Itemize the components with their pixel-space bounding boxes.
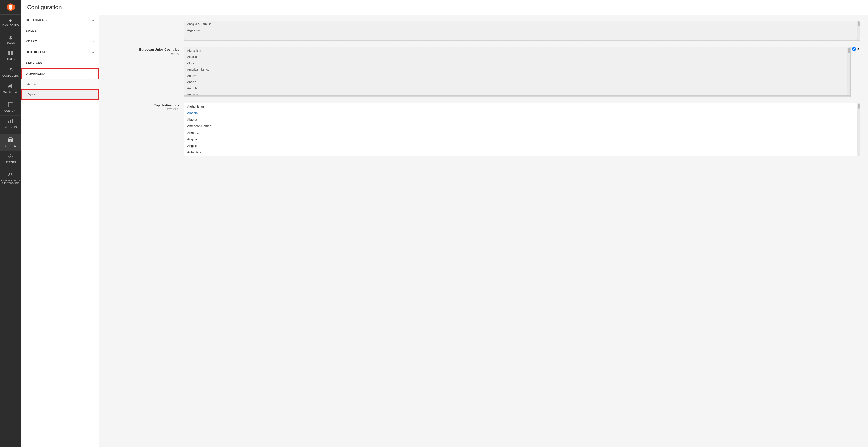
listbox-item[interactable]: Angola (184, 136, 857, 143)
svg-rect-4 (11, 51, 13, 53)
sidebar-item-customers[interactable]: CUSTOMERS (0, 64, 21, 81)
sidebar-item-sales-label: SALES (6, 41, 15, 44)
section-customers: CUSTOMERS ⌄ (21, 15, 99, 25)
config-row-top: Antigua & Barbuda Argentina (106, 21, 860, 41)
sidebar-item-dashboard[interactable]: ⊞ DASHBOARD (0, 14, 21, 30)
sidebar-item-marketing-label: MARKETING (3, 91, 19, 94)
content-area: CUSTOMERS ⌄ SALES ⌄ YOTPO ⌄ (21, 15, 868, 447)
config-label-eu: European Union Countries [global] (106, 47, 184, 55)
sidebar-item-sales[interactable]: $ SALES (0, 32, 21, 48)
marketing-icon (8, 83, 13, 90)
config-control-top-destinations: Afghanistan Albania Algeria American Sam… (184, 103, 860, 156)
svg-point-7 (10, 68, 11, 69)
section-yotpo: YOTPO ⌄ (21, 36, 99, 47)
sidebar-item-find-partners-label: FIND PARTNERS & EXTENSIONS (1, 179, 20, 185)
section-dotdigital-header[interactable]: DOTDIGITAL ⌄ (21, 47, 99, 57)
sidebar-item-marketing[interactable]: MARKETING (0, 81, 21, 97)
sidebar-item-content[interactable]: CONTENT (0, 99, 21, 116)
top-destinations-label: Top destinations (154, 103, 179, 107)
listbox-item[interactable]: Algeria (184, 116, 857, 123)
listbox-item[interactable]: American Samoa (184, 66, 847, 73)
sidebar-item-catalog[interactable]: CATALOG (0, 48, 21, 64)
eu-countries-scope: [global] (106, 52, 179, 55)
listbox-top[interactable]: Antigua & Barbuda Argentina (184, 21, 857, 40)
svg-rect-12 (9, 106, 11, 106)
left-panel: CUSTOMERS ⌄ SALES ⌄ YOTPO ⌄ (21, 15, 99, 447)
dashboard-icon: ⊞ (8, 18, 13, 23)
sidebar-item-reports[interactable]: REPORTS (0, 116, 21, 132)
find-partners-icon (8, 172, 13, 178)
svg-rect-5 (8, 53, 10, 55)
eu-countries-label: European Union Countries (139, 48, 179, 51)
svg-rect-15 (12, 119, 13, 123)
section-advanced-header[interactable]: ADVANCED ⌃ (21, 68, 99, 80)
listbox-item[interactable]: Andorra (184, 73, 847, 79)
section-sales: SALES ⌄ (21, 25, 99, 36)
listbox-item[interactable]: Albania (184, 110, 857, 116)
sidebar-item-find-partners[interactable]: FIND PARTNERS & EXTENSIONS (0, 169, 21, 187)
scrollbar-track-eu[interactable] (847, 47, 850, 96)
sidebar-item-stores[interactable]: STORES (0, 134, 21, 151)
right-panel: Antigua & Barbuda Argentina European Uni… (99, 15, 868, 447)
listbox-wrapper-eu: Afghanistan Albania Algeria American Sam… (184, 47, 850, 96)
listbox-item[interactable]: Anguilla (184, 143, 857, 149)
sidebar-item-stores-label: STORES (5, 145, 16, 148)
listbox-item[interactable]: American Samoa (184, 123, 857, 129)
sub-item-admin[interactable]: Admin (21, 80, 99, 89)
catalog-icon (8, 50, 13, 57)
listbox-item[interactable]: Anguilla (184, 85, 847, 92)
sidebar: ⊞ DASHBOARD $ SALES CATALOG CUSTOMERS (0, 0, 21, 447)
sub-item-system[interactable]: System (21, 89, 99, 99)
page-header: Configuration (21, 0, 868, 15)
svg-point-20 (11, 173, 12, 175)
svg-rect-17 (10, 140, 11, 142)
sidebar-item-content-label: CONTENT (4, 110, 17, 112)
section-yotpo-header[interactable]: YOTPO ⌄ (21, 36, 99, 47)
section-services: SERVICES ⌄ (21, 57, 99, 68)
svg-rect-13 (8, 121, 9, 123)
config-row-top-destinations: Top destinations [store view] Afghanista… (106, 103, 860, 156)
sidebar-item-system[interactable]: SYSTEM (0, 151, 21, 167)
resize-handle[interactable] (184, 40, 860, 41)
listbox-item[interactable]: Afghanistan (184, 48, 847, 54)
listbox-item[interactable]: Albania (184, 54, 847, 60)
sidebar-item-customers-label: CUSTOMERS (2, 74, 19, 77)
system-icon (8, 154, 13, 160)
customers-icon (8, 67, 13, 73)
listbox-item[interactable]: Argentina (184, 27, 857, 33)
config-row-eu: European Union Countries [global] Afghan… (106, 47, 860, 97)
listbox-top-destinations[interactable]: Afghanistan Albania Algeria American Sam… (184, 103, 857, 156)
scrollbar-track-top-destinations[interactable] (857, 103, 860, 156)
sidebar-logo (0, 0, 21, 14)
sub-item-system-label: System (28, 93, 38, 96)
svg-rect-10 (9, 104, 12, 104)
chevron-down-icon-dotdigital: ⌄ (92, 50, 94, 54)
listbox-item[interactable]: Afghanistan (184, 103, 857, 110)
section-sales-header[interactable]: SALES ⌄ (21, 25, 99, 36)
sub-item-admin-label: Admin (27, 82, 36, 86)
scrollbar-track[interactable] (857, 21, 860, 40)
sidebar-item-dashboard-label: DASHBOARD (2, 24, 19, 27)
section-sales-label: SALES (26, 29, 37, 32)
listbox-item[interactable]: Antigua & Barbuda (184, 21, 857, 27)
section-services-header[interactable]: SERVICES ⌄ (21, 57, 99, 68)
listbox-item[interactable]: Andorra (184, 129, 857, 136)
listbox-item[interactable]: Algeria (184, 60, 847, 66)
eu-use-checkbox[interactable] (852, 48, 856, 51)
svg-point-19 (9, 173, 10, 175)
listbox-item[interactable]: Antarctica (184, 149, 857, 155)
main-content: Configuration CUSTOMERS ⌄ SALES ⌄ (21, 0, 868, 447)
listbox-item[interactable]: Antarctica (184, 92, 847, 96)
listbox-eu-countries[interactable]: Afghanistan Albania Algeria American Sam… (184, 47, 847, 96)
scrollbar-thumb (858, 21, 860, 26)
section-customers-header[interactable]: CUSTOMERS ⌄ (21, 15, 99, 25)
section-advanced: ADVANCED ⌃ Admin System (21, 68, 99, 100)
svg-point-18 (10, 155, 11, 157)
listbox-item[interactable]: Angola (184, 79, 847, 85)
svg-rect-14 (10, 120, 11, 123)
eu-checkbox-label: Us (857, 47, 860, 51)
resize-handle-eu[interactable] (184, 96, 850, 97)
chevron-up-icon-advanced: ⌃ (91, 72, 94, 76)
section-yotpo-label: YOTPO (26, 39, 37, 43)
chevron-down-icon-services: ⌄ (92, 61, 94, 64)
